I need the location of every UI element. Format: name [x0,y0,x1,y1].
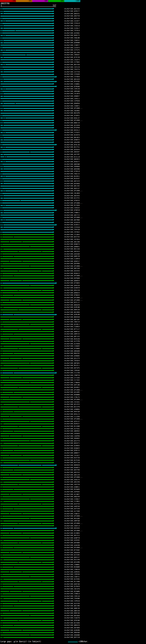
hit-label[interactable]: UniRef100_A9AHW6 [64,634,80,636]
alignment-bar[interactable] [0,268,53,269]
alignment-bar[interactable] [0,28,53,28]
hit-label[interactable]: UniRef100_C6C5F6 [64,588,80,590]
alignment-bar[interactable] [0,387,53,388]
hit-label[interactable]: UniRef100_A4BTH9 [64,506,80,508]
alignment-bar[interactable] [0,380,53,380]
hit-label[interactable]: UniRef100_C4L0F9 [64,93,80,94]
alignment-bar[interactable] [0,501,53,502]
hit-label[interactable]: UniRef100_Q03CV7 [64,556,80,558]
alignment-bar[interactable] [0,47,53,48]
hit-label[interactable]: UniRef100_A7NZS3 [64,200,80,202]
alignment-bar[interactable] [0,60,53,60]
alignment-bar[interactable] [0,40,53,41]
hit-label[interactable]: UniRef100_Q8EN53 [64,158,80,160]
alignment-bar[interactable] [0,353,53,354]
alignment-bar[interactable] [0,142,53,142]
alignment-bar[interactable] [0,118,53,118]
alignment-bar[interactable] [0,416,53,417]
alignment-bar[interactable] [0,261,53,262]
hit-label[interactable]: UniRef100_C85Q54 [64,360,80,362]
alignment-bar[interactable] [0,188,53,189]
hit-label[interactable]: UniRef100_C6AFL9 [64,525,80,527]
alignment-bar[interactable] [0,222,53,223]
hit-label[interactable]: UniRef100_B5QA13 [64,272,80,274]
hit-label[interactable]: UniRef100_C3E274 [64,68,80,70]
hit-label[interactable]: UniRef100_Q31JT3 [64,358,80,359]
hit-label[interactable]: UniRef100_Q39577 [64,10,80,12]
hit-label[interactable]: UniRef100_Q62JN6 [64,605,80,607]
hit-label[interactable]: UniRef100_C5WSV1 [64,40,80,41]
alignment-bar[interactable] [0,535,53,536]
alignment-bar[interactable] [0,397,53,398]
hit-label[interactable]: UniRef100_A9M7Q8 [64,520,80,522]
alignment-bar[interactable] [0,198,53,198]
hit-label[interactable]: UniRef100_C3MYK6 [64,574,80,575]
alignment-bar[interactable] [0,128,53,128]
alignment-bar[interactable] [0,351,53,351]
alignment-bar[interactable] [0,200,53,201]
alignment-bar[interactable] [0,404,53,405]
alignment-bar[interactable] [0,16,53,16]
hit-label[interactable]: UniRef100_A1RIR2 [64,539,80,541]
alignment-bar[interactable] [0,292,53,293]
hit-label[interactable]: UniRef100_Q939W9 [64,542,80,544]
alignment-bar[interactable] [0,57,53,58]
alignment-bar[interactable] [0,147,53,148]
alignment-bar[interactable] [0,421,53,422]
hit-label[interactable]: UniRef100_B4WH74 [64,243,80,245]
alignment-bar[interactable] [0,135,53,136]
hit-label[interactable]: UniRef100_B2SXM6 [64,561,80,563]
hit-label[interactable]: UniRef100_C2SGL8 [64,22,80,24]
alignment-bar[interactable] [0,329,53,330]
alignment-bar[interactable] [0,239,53,240]
alignment-bar[interactable] [0,530,53,531]
hit-label[interactable]: UniRef100_A9WDE7 [64,95,80,97]
hit-label[interactable]: UniRef100_C2XZF3 [64,47,80,49]
alignment-bar[interactable] [0,407,53,407]
alignment-bar[interactable] [0,615,53,616]
hit-label[interactable]: UniRef100_A9M7Z3 [64,333,80,335]
alignment-bar[interactable] [0,627,53,628]
hit-label[interactable]: UniRef100_B9B7A6 [64,612,80,614]
alignment-bar[interactable] [0,300,53,300]
hit-label[interactable]: UniRef100_Q1V8L1 [64,324,80,325]
hit-label[interactable]: UniRef100_C3MJ16 [64,595,80,597]
alignment-bar[interactable] [0,545,53,546]
alignment-bar[interactable] [0,336,53,337]
hit-label[interactable]: UniRef100_C2ZGL7 [64,28,80,29]
alignment-bar[interactable] [0,23,53,24]
alignment-bar[interactable] [0,591,53,592]
hit-label[interactable]: UniRef100_Q0BCX6 [64,608,80,609]
hit-label[interactable]: UniRef100_A9AZB9 [64,142,80,143]
alignment-bar[interactable] [0,8,53,9]
hit-label[interactable]: UniRef100_Q21Z53 [64,404,80,405]
hit-label[interactable]: UniRef100_Q25CZ7 [64,420,80,422]
hit-label[interactable]: UniRef100_B4B1T3 [64,34,80,36]
alignment-bar[interactable] [0,579,53,580]
hit-label[interactable]: UniRef100_A9HHK2 [64,438,80,439]
hit-label[interactable]: UniRef100_UP1000... [64,297,83,298]
alignment-bar[interactable] [0,20,53,21]
alignment-bar[interactable] [0,52,53,53]
hit-label[interactable]: UniRef100_Q9RW41 [64,246,80,248]
alignment-bar[interactable] [0,234,53,235]
hit-label[interactable]: UniRef100_C03DE6 [64,433,80,434]
hit-label[interactable]: UniRef100_A5V6Y0 [64,222,80,224]
hit-label[interactable]: UniRef100_A6GW30 [64,552,80,554]
alignment-bar[interactable] [0,576,53,577]
hit-label[interactable]: UniRef100_C6Q115 [64,173,80,175]
hit-label[interactable]: UniRef100_Q6FQK5 [64,362,80,364]
hit-label[interactable]: UniRef100_B8GCR2 [64,352,80,354]
hit-label[interactable]: UniRef100_C11J56 [64,372,80,374]
alignment-bar[interactable] [0,166,53,167]
hit-label[interactable]: UniRef100_Q46TA6 [64,583,80,585]
hit-label[interactable]: UniRef100_D11LL0 [64,156,80,158]
hit-label[interactable]: UniRef100_A0AXQ6 [64,632,80,634]
hit-label[interactable]: UniRef100_A4T339 [64,508,80,510]
hit-label[interactable]: UniRef100_C6QLW6 [64,37,80,39]
alignment-bar[interactable] [0,363,53,364]
alignment-bar[interactable] [0,436,53,436]
hit-label[interactable]: UniRef100_B4AU77 [64,161,80,163]
hit-label[interactable]: UniRef100_C1XMY9 [64,258,80,260]
alignment-bar[interactable] [0,190,53,191]
